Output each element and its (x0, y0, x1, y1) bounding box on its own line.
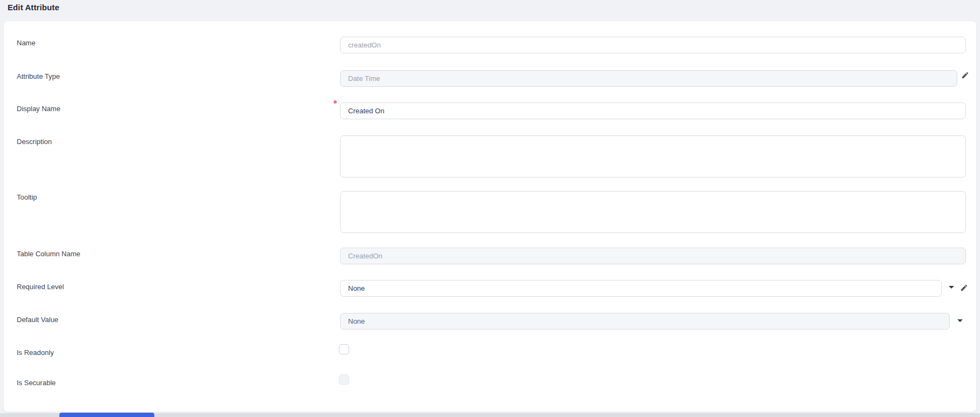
attribute-type-edit-button[interactable] (961, 71, 969, 79)
is-readonly-field-label: Is Readonly (17, 348, 54, 357)
is-securable-field-label: Is Securable (17, 379, 56, 387)
display-name-input[interactable] (340, 102, 966, 119)
default-value-field-label: Default Value (17, 316, 58, 324)
required-indicator-dot (334, 100, 337, 104)
save-button-partial[interactable] (59, 413, 154, 417)
pencil-icon (960, 284, 968, 292)
page-title: Edit Attribute (8, 3, 59, 12)
required-level-edit-button[interactable] (959, 283, 968, 292)
name-input[interactable] (340, 37, 966, 53)
table-column-name-field-label: Table Column Name (17, 250, 80, 258)
display-name-field-label: Display Name (17, 105, 60, 113)
attribute-type-field-label: Attribute Type (17, 72, 60, 80)
required-level-field-label: Required Level (17, 283, 64, 291)
pencil-icon (961, 71, 969, 79)
tooltip-textarea[interactable] (340, 191, 966, 233)
is-readonly-checkbox[interactable] (339, 344, 349, 354)
caret-down-icon[interactable] (949, 286, 954, 289)
description-textarea[interactable] (340, 135, 966, 177)
table-column-name-input (340, 248, 966, 264)
attribute-type-input (340, 70, 957, 87)
edit-attribute-form-card: Name Attribute Type Display Name Descrip… (3, 20, 977, 412)
is-securable-checkbox (339, 374, 349, 385)
name-field-label: Name (17, 39, 36, 47)
caret-down-icon[interactable] (957, 319, 963, 322)
description-field-label: Description (17, 138, 52, 146)
default-value-select (340, 313, 950, 330)
required-level-select[interactable] (340, 280, 942, 297)
tooltip-field-label: Tooltip (17, 193, 37, 201)
